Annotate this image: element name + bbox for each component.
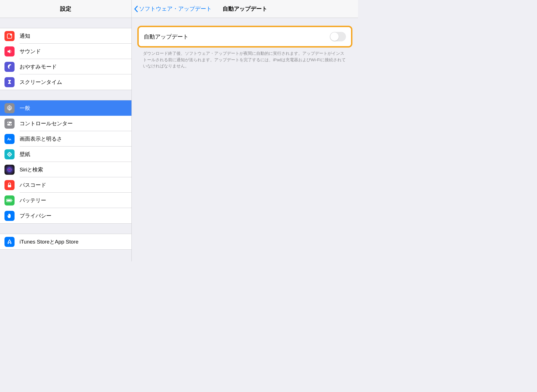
sidebar-item-sounds[interactable]: サウンド: [0, 44, 131, 59]
sidebar-item-itunes-appstore[interactable]: iTunes StoreとApp Store: [0, 234, 131, 249]
detail-content: 自動アップデート ダウンロード終了後、ソフトウェア・アップデートが夜間に自動的に…: [132, 18, 358, 69]
toggles-icon: [4, 119, 15, 129]
svg-point-2: [9, 107, 10, 109]
svg-point-10: [9, 152, 10, 153]
sidebar-item-do-not-disturb[interactable]: おやすみモード: [0, 59, 131, 74]
svg-point-12: [7, 154, 9, 155]
sidebar-item-label: 一般: [20, 105, 30, 112]
svg-point-17: [10, 155, 11, 156]
sidebar-item-label: 通知: [20, 32, 30, 40]
sidebar-item-battery[interactable]: バッテリー: [0, 193, 131, 208]
notifications-icon: [4, 31, 15, 41]
siri-icon: [4, 165, 15, 175]
lock-icon: [4, 180, 15, 190]
detail-title: 自動アップデート: [223, 5, 267, 13]
svg-line-25: [8, 243, 8, 244]
appstore-icon: [4, 237, 15, 247]
auto-update-row: 自動アップデート: [139, 27, 351, 46]
toggle-knob: [330, 32, 339, 41]
sidebar-item-label: バッテリー: [20, 197, 46, 204]
sidebar-scroll[interactable]: 通知 サウンド おやすみモード スクリーンタイム: [0, 18, 131, 261]
sidebar-item-label: サウンド: [20, 48, 41, 55]
svg-rect-22: [12, 200, 12, 201]
sidebar-item-label: iTunes StoreとApp Store: [20, 238, 79, 245]
sidebar-item-passcode[interactable]: パスコード: [0, 177, 131, 193]
svg-rect-21: [7, 200, 11, 201]
hourglass-icon: [4, 77, 15, 87]
svg-point-1: [10, 34, 12, 36]
sidebar-group: 一般 コントロールセンター AA 画面表示と明るさ 壁紙: [0, 100, 131, 224]
hand-icon: [4, 211, 15, 221]
sidebar-header: 設定: [0, 0, 131, 18]
sidebar-item-control-center[interactable]: コントロールセンター: [0, 116, 131, 131]
detail-header: ソフトウェア・アップデート 自動アップデート: [132, 0, 358, 18]
sidebar-item-notifications[interactable]: 通知: [0, 28, 131, 44]
highlighted-setting: 自動アップデート: [137, 26, 352, 48]
svg-point-4: [8, 122, 9, 123]
text-size-icon: AA: [4, 134, 15, 144]
settings-sidebar: 設定 通知 サウンド おやすみモード: [0, 0, 132, 261]
svg-text:A: A: [10, 138, 11, 141]
svg-rect-19: [8, 185, 11, 187]
sidebar-item-label: パスコード: [20, 181, 46, 189]
sidebar-item-label: 壁紙: [20, 151, 30, 158]
auto-update-toggle[interactable]: [330, 32, 346, 41]
back-button[interactable]: ソフトウェア・アップデート: [134, 5, 212, 13]
svg-point-16: [8, 155, 9, 156]
svg-point-9: [9, 154, 10, 155]
group-spacer: [0, 90, 131, 100]
svg-point-13: [11, 154, 12, 155]
moon-icon: [4, 62, 15, 72]
sidebar-item-wallpaper[interactable]: 壁紙: [0, 147, 131, 162]
sidebar-item-siri[interactable]: Siriと検索: [0, 162, 131, 177]
sidebar-item-screen-time[interactable]: スクリーンタイム: [0, 74, 131, 90]
svg-point-6: [10, 124, 11, 125]
sidebar-title: 設定: [60, 5, 71, 13]
detail-pane: ソフトウェア・アップデート 自動アップデート 自動アップデート ダウンロード終了…: [132, 0, 358, 261]
sidebar-item-label: スクリーンタイム: [20, 79, 62, 86]
gear-icon: [4, 103, 15, 113]
svg-point-15: [10, 153, 11, 154]
sounds-icon: [4, 46, 15, 56]
flower-icon: [4, 149, 15, 159]
sidebar-item-general[interactable]: 一般: [0, 100, 131, 116]
group-spacer: [0, 224, 131, 234]
sidebar-item-label: 画面表示と明るさ: [20, 135, 62, 143]
battery-icon: [4, 195, 15, 206]
toggle-label: 自動アップデート: [144, 33, 189, 41]
sidebar-item-label: おやすみモード: [20, 63, 57, 70]
sidebar-group: 通知 サウンド おやすみモード スクリーンタイム: [0, 28, 131, 90]
back-label: ソフトウェア・アップデート: [139, 5, 212, 13]
sidebar-item-label: プライバシー: [20, 212, 51, 219]
sidebar-group: iTunes StoreとApp Store: [0, 234, 131, 250]
svg-point-11: [9, 155, 10, 157]
sidebar-item-privacy[interactable]: プライバシー: [0, 208, 131, 223]
sidebar-item-display[interactable]: AA 画面表示と明るさ: [0, 131, 131, 147]
chevron-left-icon: [134, 6, 138, 12]
group-spacer: [0, 18, 131, 28]
sidebar-item-label: Siriと検索: [20, 166, 43, 173]
svg-point-14: [8, 153, 9, 154]
svg-line-26: [11, 243, 11, 244]
sidebar-item-label: コントロールセンター: [20, 120, 73, 127]
setting-description: ダウンロード終了後、ソフトウェア・アップデートが夜間に自動的に実行されます。アッ…: [137, 48, 352, 69]
